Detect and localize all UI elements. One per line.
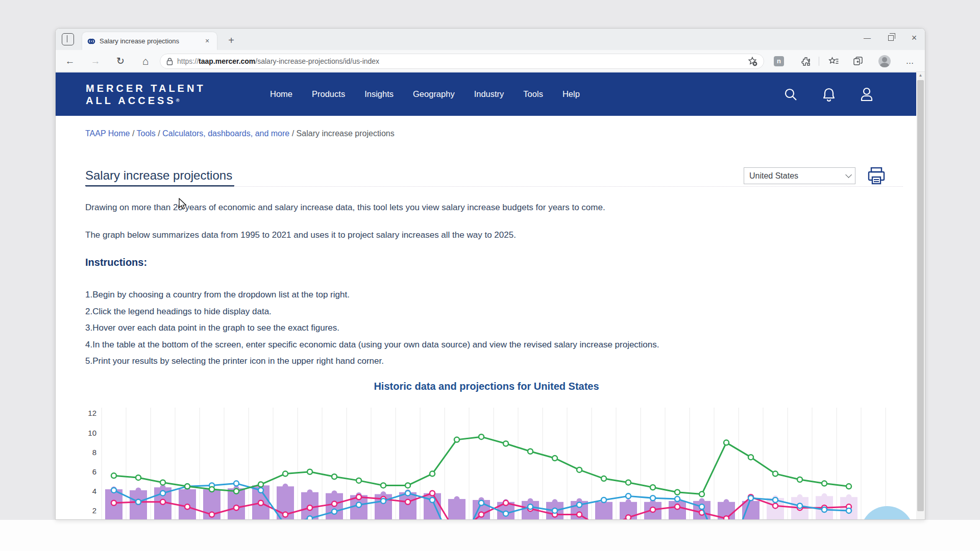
browser-menu-icon[interactable]: … bbox=[903, 55, 917, 68]
breadcrumb-calculators[interactable]: Calculators, dashboards, and more bbox=[162, 129, 289, 138]
collections-icon[interactable] bbox=[851, 55, 865, 68]
extensions-puzzle-icon[interactable] bbox=[799, 55, 813, 68]
title-dotted-rule bbox=[85, 186, 903, 187]
print-button[interactable] bbox=[866, 166, 887, 186]
svg-text:8: 8 bbox=[92, 448, 96, 457]
chart-title: Historic data and projections for United… bbox=[85, 381, 888, 392]
page-title: Salary increase projections bbox=[85, 168, 232, 183]
mercer-favicon-icon bbox=[87, 37, 95, 45]
svg-text:2: 2 bbox=[92, 506, 96, 515]
url-text: https://taap.mercer.com/salary-increase-… bbox=[177, 57, 379, 65]
notifications-bell-icon[interactable] bbox=[822, 87, 836, 102]
svg-text:6: 6 bbox=[92, 467, 96, 476]
intro-paragraph-1: Drawing on more than 20 years of economi… bbox=[85, 203, 605, 213]
instruction-item: 3.Hover over each data point in the grap… bbox=[85, 320, 659, 337]
restore-button[interactable] bbox=[879, 29, 902, 47]
lock-icon bbox=[166, 58, 173, 65]
nav-item-home[interactable]: Home bbox=[270, 89, 292, 99]
tab-strip: Salary increase projections × + — × bbox=[56, 29, 925, 50]
instruction-item: 4.In the table at the bottom of the scre… bbox=[85, 337, 659, 354]
nav-item-products[interactable]: Products bbox=[312, 89, 345, 99]
nav-item-tools[interactable]: Tools bbox=[523, 89, 543, 99]
nav-item-geography[interactable]: Geography bbox=[413, 89, 455, 99]
toolbar-divider bbox=[819, 57, 819, 66]
add-favorite-star-icon[interactable] bbox=[747, 56, 757, 66]
scrollbar-thumb[interactable] bbox=[917, 80, 924, 511]
back-button[interactable]: ← bbox=[62, 54, 78, 68]
scrollbar-up-icon[interactable]: ▲ bbox=[916, 73, 925, 78]
intro-paragraph-2: The graph below summarizes data from 199… bbox=[85, 230, 516, 240]
site-nav-icons bbox=[783, 72, 874, 116]
instructions-heading: Instructions: bbox=[85, 257, 147, 268]
instruction-item: 2.Click the legend headings to hide disp… bbox=[85, 304, 659, 320]
below-window-band bbox=[0, 520, 980, 551]
svg-text:4: 4 bbox=[92, 487, 96, 495]
breadcrumb-current: Salary increase projections bbox=[297, 129, 395, 138]
printer-icon bbox=[866, 166, 887, 186]
site-navbar: MERCER TALENT ALL ACCESS® Home Products … bbox=[56, 72, 917, 116]
country-dropdown[interactable]: United States bbox=[744, 167, 855, 184]
favorites-star-list-icon[interactable] bbox=[826, 55, 841, 68]
breadcrumb-taap-home[interactable]: TAAP Home bbox=[85, 129, 130, 138]
tab-actions-icon[interactable] bbox=[62, 33, 74, 45]
browser-tab[interactable]: Salary increase projections × bbox=[82, 32, 217, 50]
chart-canvas: 24681012 bbox=[80, 404, 917, 520]
forward-button[interactable]: → bbox=[88, 54, 103, 68]
profile-avatar[interactable] bbox=[877, 55, 892, 68]
mouse-cursor bbox=[179, 198, 187, 210]
browser-window: Salary increase projections × + — × ← → … bbox=[55, 28, 925, 520]
restore-icon bbox=[888, 35, 894, 41]
site-nav-menu: Home Products Insights Geography Industr… bbox=[270, 72, 580, 116]
mercer-taap-logo[interactable]: MERCER TALENT ALL ACCESS® bbox=[86, 82, 206, 107]
close-window-button[interactable]: × bbox=[902, 29, 925, 47]
svg-text:10: 10 bbox=[88, 429, 96, 437]
account-person-icon[interactable] bbox=[860, 87, 874, 102]
home-button[interactable]: ⌂ bbox=[138, 54, 153, 68]
minimize-button[interactable]: — bbox=[855, 29, 879, 47]
nav-item-insights[interactable]: Insights bbox=[364, 89, 394, 99]
new-tab-button[interactable]: + bbox=[224, 34, 238, 48]
page-scrollbar[interactable]: ▲ bbox=[916, 72, 925, 520]
nav-item-help[interactable]: Help bbox=[562, 89, 580, 99]
country-dropdown-value: United States bbox=[749, 171, 798, 181]
chevron-down-icon bbox=[845, 171, 852, 178]
search-icon[interactable] bbox=[783, 87, 798, 102]
browser-toolbar: ← → ↻ ⌂ https://taap.mercer.com/salary-i… bbox=[56, 50, 925, 72]
tab-title: Salary increase projections bbox=[100, 37, 203, 45]
instructions-list: 1.Begin by choosing a country from the d… bbox=[85, 287, 659, 370]
window-controls: — × bbox=[855, 29, 925, 47]
salary-projections-chart[interactable]: 24681012 bbox=[80, 404, 917, 520]
extension-n-icon[interactable]: n bbox=[772, 55, 786, 68]
tab-close-icon[interactable]: × bbox=[203, 37, 212, 46]
instruction-item: 1.Begin by choosing a country from the d… bbox=[85, 287, 659, 304]
breadcrumb: TAAP Home / Tools / Calculators, dashboa… bbox=[85, 129, 395, 138]
instruction-item: 5.Print your results by selecting the pr… bbox=[85, 353, 659, 370]
breadcrumb-tools[interactable]: Tools bbox=[137, 129, 156, 138]
refresh-button[interactable]: ↻ bbox=[113, 54, 128, 68]
nav-item-industry[interactable]: Industry bbox=[474, 89, 504, 99]
address-bar[interactable]: https://taap.mercer.com/salary-increase-… bbox=[160, 54, 764, 69]
svg-text:12: 12 bbox=[88, 409, 96, 417]
